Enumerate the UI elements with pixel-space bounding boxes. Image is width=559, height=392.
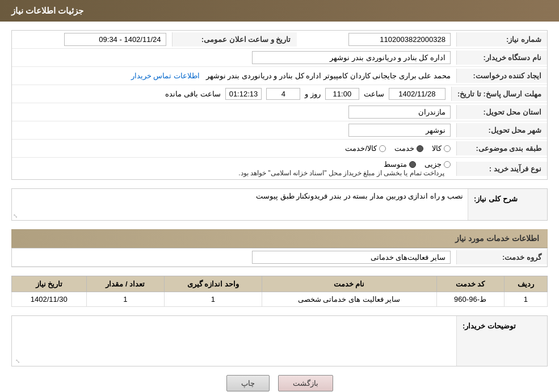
tabaqe-row: طبقه بندی موضوعی: کالا خدمت: [12, 140, 547, 158]
mohlat-label: مهلت ارسال پاسخ: تا تاریخ:: [451, 87, 547, 101]
noee-jozii-label: جزیی: [424, 160, 442, 168]
idad-konande-row: ایجاد کننده درخواست: محمد علی براری جایج…: [12, 67, 547, 85]
tarikh-elan-box: 1402/11/24 - 09:34: [64, 33, 166, 46]
date-box: 1402/11/28: [389, 88, 445, 100]
idad-konande-value: محمد علی براری جایجانی کاردان کامپیوتر ا…: [12, 69, 456, 82]
name-dastasgah-box: اداره کل بنادر و دریانوردی بندر نوشهر: [252, 51, 451, 64]
contact-link[interactable]: اطلاعات تماس خریدار: [131, 71, 200, 80]
shomara-niaz-row: شماره نیاز: 1102003822000328 تاریخ و ساع…: [12, 31, 547, 49]
cell-radif: 1: [504, 292, 547, 307]
tarikh-elan-label: تاریخ و ساعت اعلان عمومی:: [172, 32, 297, 47]
shahr-box: نوشهر: [348, 124, 451, 137]
shahr-value: نوشهر: [12, 121, 456, 139]
service-section: گروه خدمت: سایر فعالیت‌های خدماتی: [11, 248, 548, 267]
service-section-title: اطلاعات خدمات مورد نیاز: [11, 229, 548, 248]
notice-text: پرداخت تمام یا بخشی از مبلغ خریداز محل "…: [238, 169, 444, 177]
tabaqe-khedmat-label: خدمت: [394, 144, 414, 153]
name-dastasgah-row: نام دستگاه خریدار: اداره کل بنادر و دریا…: [12, 49, 547, 67]
page-header: جزئیات اطلاعات نیاز: [0, 0, 559, 22]
cell-date: 1402/11/30: [12, 292, 87, 307]
sharh-niaz-value: نصب و راه اندازی دوربین مدار بسته در بند…: [12, 189, 468, 220]
cell-code: ط-96-960: [436, 292, 504, 307]
shahr-label: شهر محل تحویل:: [456, 123, 547, 137]
noee-farayand-row: نوع فرآیند خرید : جزیی متوسط پرداخت: [12, 158, 547, 179]
noee-jozii-option[interactable]: جزیی: [424, 160, 451, 168]
cell-unit: 1: [164, 292, 262, 307]
remaining-box: 01:12:13: [225, 88, 262, 100]
ostan-row: استان محل تحویل: مازندران: [12, 103, 547, 121]
time-label: ساعت: [364, 90, 384, 98]
name-dastasgah-label: نام دستگاه خریدار:: [456, 50, 547, 65]
idad-konande-label: ایجاد کننده درخواست:: [456, 69, 547, 83]
table-row: 1ط-96-960سایر فعالیت های خدماتی شخصی1114…: [12, 292, 548, 307]
group-label: گروه خدمت:: [456, 250, 547, 264]
service-table: ردیف کد خدمت نام خدمت واحد اندازه گیری ت…: [11, 276, 548, 307]
radio-kala: [444, 145, 451, 152]
buyer-desc-section: توضیحات خریدار: ⤡: [11, 315, 548, 366]
radio-mottaset: [409, 161, 416, 168]
ostan-box: مازندران: [348, 106, 451, 119]
tabaqe-value: کالا خدمت کالا/خدمت: [12, 142, 456, 155]
resize-icon: ⤡: [13, 358, 20, 365]
mohlat-row: مهلت ارسال پاسخ: تا تاریخ: 1402/11/28 سا…: [12, 85, 547, 103]
group-row: گروه خدمت: سایر فعالیت‌های خدماتی: [12, 248, 547, 267]
sharh-niaz-section: شرح کلی نیاز: نصب و راه اندازی دوربین مد…: [11, 188, 548, 221]
tabaqe-kala-option[interactable]: کالا: [432, 144, 451, 153]
main-info-section: شماره نیاز: 1102003822000328 تاریخ و ساع…: [11, 30, 548, 180]
shomara-niaz-box: 1102003822000328: [348, 33, 451, 46]
sharh-niaz-label: شرح کلی نیاز:: [468, 189, 547, 220]
noee-mottaset-option[interactable]: متوسط: [384, 160, 416, 168]
buyer-desc-content: ⤡: [12, 316, 456, 366]
mohlat-value: 1402/11/28 ساعت 11:00 روز و 4 01:12:13 س…: [12, 86, 451, 102]
buyer-desc-label: توضیحات خریدار:: [456, 316, 547, 366]
col-date: تاریخ نیاز: [12, 276, 87, 292]
resize-icon: ⤡: [13, 213, 18, 219]
noee-farayand-label: نوع فرآیند خرید :: [456, 162, 547, 176]
name-dastasgah-value: اداره کل بنادر و دریانوردی بندر نوشهر: [12, 49, 456, 66]
radio-jozii: [444, 161, 451, 168]
group-value: سایر فعالیت‌های خدماتی: [12, 248, 456, 266]
days-box: 4: [266, 88, 300, 100]
col-name: نام خدمت: [262, 276, 436, 292]
tarikh-elan-value: 1402/11/24 - 09:34: [12, 31, 172, 48]
radio-khedmat: [417, 145, 423, 152]
page-title: جزئیات اطلاعات نیاز: [11, 6, 83, 15]
noee-mottaset-label: متوسط: [384, 160, 407, 168]
col-code: کد خدمت: [436, 276, 504, 292]
buyer-desc-textarea[interactable]: [12, 316, 456, 366]
cell-count: 1: [86, 292, 164, 307]
back-button[interactable]: بازگشت: [278, 375, 333, 391]
buttons-row: بازگشت چاپ: [11, 366, 548, 392]
days-label: روز و: [305, 90, 321, 98]
tabaqe-kala-khedmat-option[interactable]: کالا/خدمت: [345, 144, 386, 153]
noee-farayand-value: جزیی متوسط پرداخت تمام یا بخشی از مبلغ خ…: [12, 158, 456, 179]
sharh-niaz-text: نصب و راه اندازی دوربین مدار بسته در بند…: [16, 192, 463, 200]
tabaqe-khedmat-option[interactable]: خدمت: [394, 144, 423, 153]
service-table-section: ردیف کد خدمت نام خدمت واحد اندازه گیری ت…: [11, 276, 548, 307]
idad-konande-text: محمد علی براری جایجانی کاردان کامپیوتر ا…: [206, 71, 451, 80]
print-button[interactable]: چاپ: [226, 375, 270, 391]
col-count: تعداد / مقدار: [86, 276, 164, 292]
col-unit: واحد اندازه گیری: [164, 276, 262, 292]
shomara-niaz-value: 1102003822000328: [297, 31, 457, 48]
tabaqe-kala-label: کالا: [432, 144, 442, 153]
ostan-value: مازندران: [12, 103, 456, 121]
shomara-niaz-label: شماره نیاز:: [456, 32, 547, 47]
col-radif: ردیف: [504, 276, 547, 292]
ostan-label: استان محل تحویل:: [456, 105, 547, 119]
group-box: سایر فعالیت‌های خدماتی: [252, 251, 451, 264]
shahr-row: شهر محل تحویل: نوشهر: [12, 121, 547, 140]
tabaqe-kala-khedmat-label: کالا/خدمت: [345, 144, 377, 153]
radio-kala-khedmat: [379, 145, 386, 152]
tabaqe-label: طبقه بندی موضوعی:: [456, 141, 547, 155]
cell-name: سایر فعالیت های خدماتی شخصی: [262, 292, 436, 307]
time-box: 11:00: [325, 88, 359, 100]
remaining-label: ساعت باقی مانده: [165, 90, 220, 98]
